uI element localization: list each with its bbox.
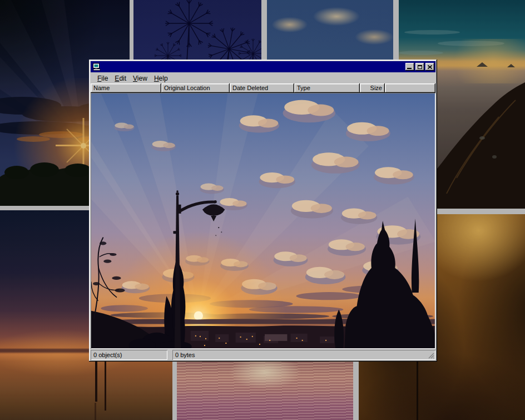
resize-grip[interactable] [428, 352, 434, 359]
menu-item-edit[interactable]: Edit [111, 73, 130, 83]
minimize-icon [407, 68, 412, 69]
column-header-type[interactable]: Type [294, 83, 360, 93]
status-size: 0 bytes [172, 350, 435, 360]
menu-item-help[interactable]: Help [151, 73, 171, 83]
recycle-bin-window: File Edit View Help Name Original Locati… [89, 60, 437, 362]
desktop: File Edit View Help Name Original Locati… [0, 0, 525, 420]
column-header-row: Name Original Location Date Deleted Type… [91, 83, 435, 93]
menu-item-file[interactable]: File [94, 73, 111, 83]
maximize-button[interactable] [415, 63, 424, 71]
column-header-blank [385, 83, 435, 93]
listview-background-photo [91, 93, 435, 349]
computer-icon[interactable] [92, 63, 101, 71]
minimize-button[interactable] [405, 63, 414, 71]
menu-bar: File Edit View Help [91, 73, 435, 83]
column-header-name[interactable]: Name [91, 83, 161, 93]
column-header-original-location[interactable]: Original Location [161, 83, 230, 93]
status-size-text: 0 bytes [175, 352, 195, 358]
close-icon [428, 65, 432, 69]
status-bar: 0 object(s) 0 bytes [91, 350, 435, 360]
file-list-view[interactable] [91, 93, 435, 349]
title-bar[interactable] [91, 61, 435, 72]
maximize-icon [418, 65, 422, 69]
column-header-date-deleted[interactable]: Date Deleted [230, 83, 294, 93]
close-button[interactable] [425, 63, 434, 71]
status-object-count: 0 object(s) [91, 350, 167, 360]
menu-item-view[interactable]: View [130, 73, 151, 83]
column-header-size[interactable]: Size [360, 83, 385, 93]
